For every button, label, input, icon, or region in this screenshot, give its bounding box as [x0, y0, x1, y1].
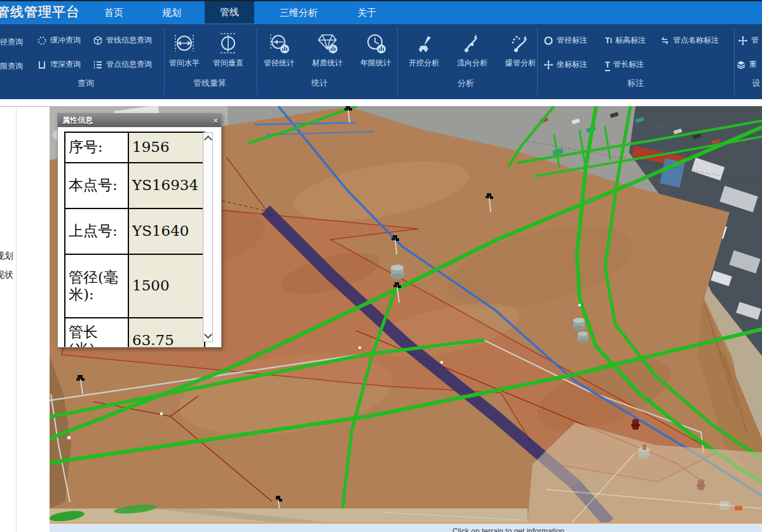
ribbon-item-material-stat[interactable]: 材质统计: [309, 31, 346, 69]
ribbon-item-coordinate-label[interactable]: 坐标标注: [543, 59, 587, 70]
flow-icon: [460, 31, 484, 55]
popup-title: 属性信息: [62, 116, 93, 125]
ribbon-item-point-info-query[interactable]: 管点信息查询: [93, 59, 152, 70]
ribbon-item-label: 管间水平: [169, 58, 200, 67]
crosshair-icon: [543, 60, 554, 70]
status-text: Click on terrain to get information: [407, 527, 610, 532]
layer-item-planning[interactable]: 规划: [0, 250, 13, 262]
ribbon-group-label-annotate: 标注: [620, 78, 651, 89]
ribbon-separator: [164, 27, 165, 95]
status-bar: Click on terrain to get information: [50, 522, 762, 532]
ribbon-item-flow-analysis[interactable]: 流向分析: [454, 31, 491, 69]
ribbon-item-label: 管径统计: [264, 58, 294, 67]
ribbon-item-label: 管长标注: [613, 59, 644, 70]
ribbon-item-label: 流向分析: [457, 58, 487, 67]
ribbon-item-diameter-query[interactable]: 径查询: [0, 37, 23, 48]
tab-pipeline[interactable]: 管线: [205, 0, 254, 24]
attr-value: YS16934: [128, 163, 205, 208]
popup-scrollbar[interactable]: [203, 132, 213, 342]
burst-icon: [508, 31, 533, 55]
popup-title-bar[interactable]: 属性信息 ×: [58, 114, 221, 127]
ribbon-item-diameter-label[interactable]: 管径标注: [543, 35, 587, 46]
layer-item-current[interactable]: 现状: [0, 269, 13, 281]
tab-3d-analysis[interactable]: 三维分析: [267, 1, 330, 24]
swap-arrows-icon: [660, 36, 670, 46]
ribbon-item-depth-query[interactable]: 埋深查询: [37, 59, 81, 70]
attr-label: 序号:: [65, 132, 128, 163]
ribbon-item-age-stat[interactable]: 年限统计: [357, 31, 394, 69]
ribbon-item-age-query[interactable]: 限查询: [0, 61, 23, 72]
ribbon-item-label: 重: [749, 59, 757, 70]
attr-value: YS1640: [128, 208, 205, 254]
ribbon-item-reset[interactable]: 重: [736, 59, 757, 70]
ribbon-item-horizontal-measure[interactable]: 管间水平: [166, 31, 203, 69]
attribute-table: 序号: 1956 本点号: YS16934 上点号: YS1640 管径(毫米)…: [64, 132, 205, 347]
scroll-up-icon[interactable]: [204, 135, 212, 144]
ribbon-item-pipeline-info-query[interactable]: 管线信息查询: [93, 35, 152, 46]
ribbon-group-label-analysis: 分析: [450, 78, 482, 89]
popup-body: 序号: 1956 本点号: YS16934 上点号: YS1640 管径(毫米)…: [58, 127, 221, 347]
horizontal-measure-icon: [172, 31, 196, 55]
attribute-info-popup: 属性信息 × 序号: 1956 本点号: YS16934 上点号: YS1640…: [57, 113, 222, 348]
ring-icon: [543, 36, 554, 46]
tab-about[interactable]: 关于: [348, 1, 385, 24]
ribbon-item-burst-analysis[interactable]: 爆管分析: [502, 31, 539, 69]
excavate-icon: [412, 31, 436, 55]
ribbon-separator: [537, 27, 538, 95]
app-root: 管线管理平台 首页 规划 管线 三维分析 关于 径查询 缓冲查询 管线信息查询 …: [0, 0, 762, 532]
elevation-icon: TI: [605, 36, 612, 45]
ribbon-item-label: 管点名称标注: [673, 35, 719, 46]
ribbon-item-label: 管线信息查询: [106, 35, 152, 46]
ribbon-separator: [734, 27, 735, 95]
ribbon-item-label: 开挖分析: [409, 58, 439, 67]
table-row: 序号: 1956: [65, 132, 205, 163]
table-row: 管径(毫米): 1500: [65, 254, 205, 318]
ribbon-item-pipe-settings[interactable]: 管: [738, 35, 759, 46]
ribbon-group-label-stat: 统计: [304, 78, 336, 89]
depth-icon: [37, 60, 47, 70]
ribbon-item-elevation-label[interactable]: TI 标高标注: [605, 35, 646, 46]
ribbon-item-excavate-analysis[interactable]: 开挖分析: [405, 31, 442, 69]
tab-home[interactable]: 首页: [94, 1, 133, 24]
ribbon-item-label: 材质统计: [312, 58, 343, 67]
scroll-down-icon[interactable]: [204, 331, 212, 339]
ribbon-item-label: 限查询: [0, 61, 23, 72]
ribbon-separator: [397, 27, 398, 95]
ribbon-item-vertical-measure[interactable]: 管间垂直: [210, 31, 247, 69]
tab-planning[interactable]: 规划: [153, 1, 191, 24]
ribbon-item-point-name-label[interactable]: 管点名称标注: [660, 35, 719, 46]
ribbon-item-label: 管点信息查询: [106, 59, 152, 70]
buffer-icon: [37, 36, 47, 46]
window-top-edge: [0, 0, 762, 1]
ribbon-item-label: 径查询: [0, 37, 23, 48]
attr-label: 管长(米):: [65, 318, 128, 347]
attr-value: 1956: [128, 132, 205, 163]
table-row: 管长(米): 63.75: [65, 318, 205, 347]
diameter-stat-icon: [267, 31, 291, 55]
sidebar-divider: [16, 107, 17, 532]
ribbon-item-buffer-query[interactable]: 缓冲查询: [37, 35, 81, 46]
attr-value: 1500: [128, 254, 205, 318]
top-navbar: 管线管理平台 首页 规划 管线 三维分析 关于: [0, 0, 762, 24]
material-stat-icon: [315, 31, 339, 55]
ribbon-item-diameter-stat[interactable]: 管径统计: [261, 31, 297, 69]
app-title: 管线管理平台: [0, 3, 80, 21]
layers-icon: [736, 60, 746, 70]
ribbon-item-length-label[interactable]: T 管长标注: [605, 59, 644, 70]
main-top-border: [0, 106, 50, 107]
ribbon-item-label: 爆管分析: [505, 58, 536, 67]
ribbon-separator: [257, 27, 257, 95]
close-icon[interactable]: ×: [213, 114, 218, 127]
ribbon-item-label: 管径标注: [557, 35, 587, 46]
ribbon-item-label: 管: [751, 35, 759, 46]
layer-sidebar: 规划 现状: [0, 99, 50, 532]
attr-label: 本点号:: [65, 163, 128, 208]
ribbon-group-label-measure: 管线量算: [184, 78, 235, 89]
age-stat-icon: [364, 31, 388, 55]
cube-icon: [93, 36, 103, 46]
ribbon-group-label-query: 查询: [70, 78, 102, 89]
ribbon-item-label: 标高标注: [615, 35, 646, 46]
attr-label: 管径(毫米):: [65, 254, 128, 318]
ribbon-group-label-settings: 设: [744, 78, 762, 89]
vertical-measure-icon: [216, 31, 240, 55]
